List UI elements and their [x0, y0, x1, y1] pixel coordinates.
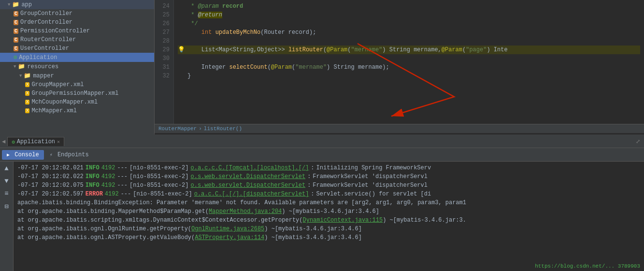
sidebar-item-PermissionController[interactable]: C PermissionController — [0, 27, 154, 35]
xml-icon: X — [25, 108, 29, 113]
log-date: -07-17 20:12:02.075 — [17, 181, 84, 190]
log-entry-4: -07-17 20:12:02.597 ERROR 4192 --- [nio-… — [17, 190, 640, 198]
breadcrumb-part1: RouterMapper — [158, 126, 197, 132]
sidebar-item-GroupPermissionMapper[interactable]: X GroupPermissionMapper.xml — [0, 89, 154, 98]
folder-icon: 📁 — [18, 63, 25, 70]
sidebar-item-label: resources — [27, 63, 58, 70]
line-numbers: 24 25 26 27 28 29 30 31 32 — [155, 0, 174, 124]
sidebar-item-Application[interactable]: ⚙ Application — [0, 53, 154, 62]
code-line-28 — [178, 37, 640, 45]
code-line-30 — [178, 54, 640, 63]
class-icon: C — [14, 37, 18, 43]
exception-link-1[interactable]: MapperMethod.java:204 — [209, 208, 282, 215]
exception-line-3: at org.apache.ibatis.scripting.xmltags.D… — [17, 216, 640, 225]
xml-icon: X — [25, 82, 29, 87]
sidebar-item-UserController[interactable]: C UserController — [0, 44, 154, 53]
endpoints-icon: ⚡ — [50, 152, 53, 158]
log-colon: : — [307, 172, 311, 181]
exception-link-4[interactable]: ASTProperty.java:114 — [195, 234, 264, 241]
log-class[interactable]: o.s.web.servlet.DispatcherServlet — [190, 181, 305, 190]
application-tab[interactable]: ⚙ Application ✕ — [7, 137, 64, 146]
sidebar-item-RouterController[interactable]: C RouterController — [0, 35, 154, 44]
code-line-27: int updateByMchNo(Router record); — [178, 28, 640, 37]
console-log[interactable]: -07-17 20:12:02.021 INFO 4192 --- [nio-8… — [14, 162, 644, 271]
log-message: FrameworkServlet 'dispatcherServl — [313, 172, 428, 181]
exception-suffix-4: ) ~[mybatis-3.4.6.jar:3.4.6] — [264, 234, 362, 241]
log-class[interactable]: o.a.c.c.C.[Tomcat].[localhost].[/] — [190, 164, 309, 172]
log-message: Servlet.service() for servlet [di — [316, 190, 431, 198]
sidebar-item-MchCouponMapper[interactable]: X MchCouponMapper.xml — [0, 98, 154, 106]
class-icon: C — [14, 11, 18, 16]
log-entry-3: -07-17 20:12:02.075 INFO 4192 --- [nio-8… — [17, 181, 640, 190]
sidebar-item-label: app — [21, 1, 32, 8]
log-sep: --- — [117, 164, 128, 172]
class-icon: C — [14, 20, 18, 25]
app-run-icon: ⚙ — [12, 139, 15, 145]
exception-at-text: at org.apache.ibatis.ognl.OgnlRuntime.ge… — [17, 226, 191, 232]
exception-line-5: at org.apache.ibatis.ognl.ASTProperty.ge… — [17, 233, 640, 242]
sidebar-item-resources[interactable]: ▼ 📁 resources — [0, 62, 154, 71]
code-line-25: * @return — [178, 11, 640, 19]
log-entry-1: -07-17 20:12:02.021 INFO 4192 --- [nio-8… — [17, 164, 640, 172]
log-message: FrameworkServlet 'dispatcherServl — [313, 181, 428, 190]
tab-endpoints-label: Endpoints — [57, 151, 89, 158]
sidebar-item-GroupMapper[interactable]: X GroupMapper.xml — [0, 80, 154, 89]
exception-link-2[interactable]: DynamicContext.java:115 — [303, 217, 383, 224]
log-colon: : — [307, 181, 311, 190]
status-url: https://blog.csdn.net/... 3789903 — [535, 263, 640, 269]
log-level-error: ERROR — [86, 190, 103, 198]
expand-panel-icon[interactable]: ⤢ — [636, 138, 640, 145]
sidebar-item-mapper[interactable]: ▼ 📁 mapper — [0, 71, 154, 80]
code-text: Integer selectCount(@Param("mername") St… — [187, 63, 389, 72]
log-colon: : — [311, 164, 314, 172]
console-sidebar: ▲ ▼ ≡ ⊟ — [0, 162, 14, 271]
log-thread: [nio-8551-exec-2] — [133, 190, 192, 198]
exception-at-text: at org.apache.ibatis.scripting.xmltags.D… — [17, 217, 303, 224]
console-icon: ▶ — [7, 152, 10, 158]
sidebar-item-label: RouterController — [20, 36, 76, 43]
breadcrumb-separator: › — [199, 126, 202, 132]
exception-at-text: at org.apache.ibatis.ognl.ASTProperty.ge… — [17, 234, 195, 241]
exception-link-3[interactable]: OgnlRuntime.java:2685 — [191, 226, 264, 232]
sidebar-item-app[interactable]: ▼ 📁 app — [0, 0, 154, 9]
sidebar-item-label: PermissionController — [20, 28, 90, 34]
log-sep: --- — [117, 172, 128, 181]
code-line-31: Integer selectCount(@Param("mername") St… — [178, 63, 640, 72]
scroll-down-button[interactable]: ▼ — [2, 176, 12, 186]
sidebar-item-label: mapper — [33, 73, 54, 79]
panel-tab-bar: ▶ Console ⚡ Endpoints — [0, 148, 644, 162]
exception-suffix-2: ) ~[mybatis-3.4.6.jar:3. — [383, 217, 466, 224]
log-thread: [nio-8551-exec-2] — [129, 164, 188, 172]
code-content[interactable]: * @param record * @return */ int upda — [174, 0, 644, 124]
xml-icon: X — [25, 100, 29, 105]
folder-icon: 📁 — [24, 72, 31, 79]
sidebar-item-GroupController[interactable]: C GroupController — [0, 9, 154, 18]
sidebar-item-OrderController[interactable]: C OrderController — [0, 18, 154, 27]
sidebar-item-label: GroupPermissionMapper.xml — [31, 90, 118, 97]
log-class[interactable]: o.a.c.C.[.[/].[dispatcherServlet] — [194, 190, 309, 198]
clear-button[interactable]: ⊟ — [2, 201, 12, 211]
tab-console[interactable]: ▶ Console — [2, 150, 44, 160]
panel-minimize-icon[interactable]: ◀ — [2, 138, 5, 145]
log-class[interactable]: o.s.web.servlet.DispatcherServlet — [190, 172, 305, 181]
log-pid: 4192 — [105, 190, 119, 198]
scroll-up-button[interactable]: ▲ — [2, 164, 12, 173]
exception-line-2: at org.apache.ibatis.binding.MapperMetho… — [17, 207, 640, 216]
tab-endpoints[interactable]: ⚡ Endpoints — [45, 150, 94, 160]
log-sep: --- — [117, 181, 128, 190]
log-colon: : — [311, 190, 314, 198]
app-tab-bar: ◀ ⚙ Application ✕ ⤢ — [0, 136, 644, 148]
log-level: INFO — [86, 164, 100, 172]
comment-text: * @return — [187, 11, 222, 19]
filter-button[interactable]: ≡ — [2, 189, 12, 198]
sidebar-item-MchMapper[interactable]: X MchMapper.xml — [0, 106, 154, 115]
exception-suffix-3: ) ~[mybatis-3.4.6.jar:3.4.6] — [264, 226, 362, 232]
comment-text: */ — [187, 19, 198, 28]
exception-line-4: at org.apache.ibatis.ognl.OgnlRuntime.ge… — [17, 225, 640, 233]
breadcrumb-part2: listRouter() — [204, 126, 242, 132]
close-icon[interactable]: ✕ — [57, 139, 60, 145]
sidebar-item-label: GroupMapper.xml — [31, 81, 84, 88]
expand-triangle: ▼ — [19, 74, 22, 78]
sidebar-item-label: OrderController — [20, 19, 72, 26]
expand-triangle: ▼ — [8, 2, 10, 7]
